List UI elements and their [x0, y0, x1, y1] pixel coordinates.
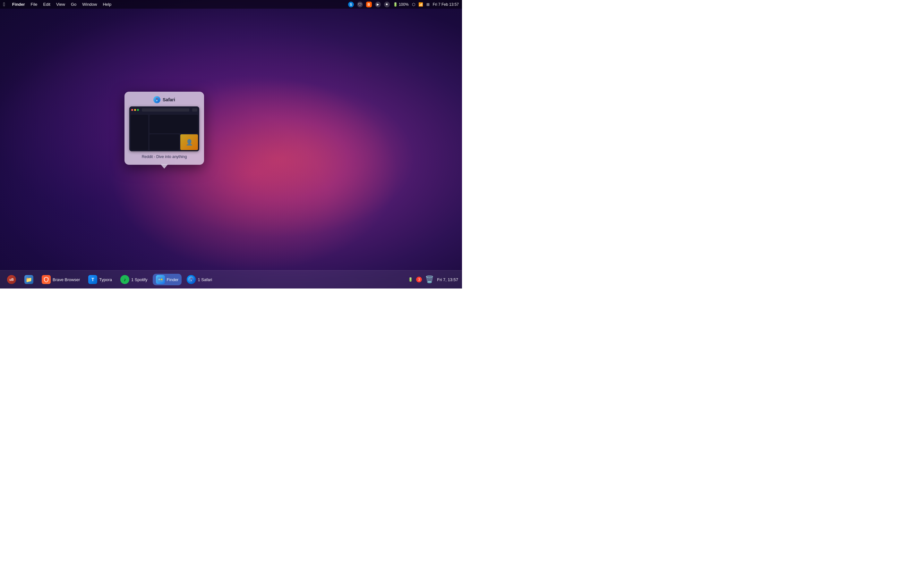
- menubar-go[interactable]: Go: [71, 2, 76, 7]
- battery-status[interactable]: 🔋 100%: [393, 2, 409, 7]
- safari-label: 1 Safari: [198, 277, 212, 282]
- skype-icon[interactable]: S: [348, 2, 354, 7]
- safari-window-label: Reddit - Dive into anything: [142, 155, 187, 159]
- menubar-left:  Finder File Edit View Go Window Help: [3, 2, 111, 7]
- dock-item-spotify[interactable]: ♪ 1 Spotify: [117, 274, 151, 285]
- menubar-file[interactable]: File: [31, 2, 37, 7]
- ublock-icon: uB: [7, 275, 16, 284]
- datetime-display[interactable]: Fri 7 Feb 13:57: [433, 2, 459, 7]
- svg-rect-7: [158, 280, 160, 282]
- safari-window-thumbnail[interactable]: 👤: [129, 106, 199, 151]
- svg-rect-8: [161, 280, 163, 282]
- dock-item-typora[interactable]: T Typora: [85, 274, 115, 285]
- menubar-view[interactable]: View: [56, 2, 65, 7]
- folder-icon: 📁: [24, 275, 33, 284]
- wifi-icon[interactable]: 📶: [418, 2, 423, 7]
- control-center-icon[interactable]: ⊞: [426, 2, 430, 7]
- spotify-label: 1 Spotify: [131, 277, 148, 282]
- menubar-window[interactable]: Window: [82, 2, 97, 7]
- dock: uB 📁 Brave Browser T Typora: [0, 270, 462, 288]
- dock-left: uB 📁 Brave Browser T Typora: [4, 274, 215, 285]
- menubar-app-name[interactable]: Finder: [12, 2, 25, 7]
- desktop:  Finder File Edit View Go Window Help S…: [0, 0, 462, 288]
- dock-item-brave[interactable]: Brave Browser: [39, 274, 83, 285]
- media-icon[interactable]: ▶: [375, 2, 381, 7]
- dock-item-safari[interactable]: 1 Safari: [184, 274, 215, 285]
- finder-app-icon: [156, 275, 165, 284]
- safari-popup-app-icon: [153, 96, 160, 103]
- dock-datetime: Fri 7, 13:57: [437, 277, 458, 282]
- menubar-help[interactable]: Help: [103, 2, 111, 7]
- safari-popup-app-name: Safari: [163, 97, 175, 102]
- brave-label: Brave Browser: [53, 277, 80, 282]
- safari-dock-icon: [187, 275, 196, 284]
- finder-label: Finder: [167, 277, 179, 282]
- dock-item-finder[interactable]: Finder: [153, 274, 182, 285]
- svg-point-0: [153, 96, 160, 103]
- dock-battery: 🔋: [408, 277, 413, 282]
- spotify-icon: ♪: [120, 275, 129, 284]
- vpn-icon[interactable]: 🛡: [357, 2, 363, 7]
- bluetooth-icon[interactable]: ⬡: [412, 2, 415, 7]
- menubar-right: S 🛡 B ▶ ⏺ 🔋 100% ⬡ 📶 ⊞ Fri 7 Feb 13:57: [348, 2, 459, 7]
- brave-menu-icon[interactable]: B: [366, 2, 372, 7]
- menubar-edit[interactable]: Edit: [43, 2, 50, 7]
- brave-icon: [42, 275, 51, 284]
- safari-popup-header: Safari: [153, 96, 175, 103]
- dock-right: 🔋 3 🗑️ Fri 7, 13:57: [408, 276, 458, 284]
- dock-item-folder[interactable]: 📁: [21, 274, 37, 285]
- trash-icon[interactable]: 🗑️: [425, 276, 434, 284]
- typora-label: Typora: [99, 277, 112, 282]
- dock-item-ublock[interactable]: uB: [4, 274, 19, 285]
- svg-point-9: [188, 276, 194, 283]
- safari-popup[interactable]: Safari 👤 Redd: [124, 92, 204, 165]
- apple-menu[interactable]: : [3, 2, 5, 7]
- menubar:  Finder File Edit View Go Window Help S…: [0, 0, 462, 9]
- typora-icon: T: [88, 275, 97, 284]
- record-icon[interactable]: ⏺: [384, 2, 390, 7]
- notification-badge: 3: [416, 277, 422, 282]
